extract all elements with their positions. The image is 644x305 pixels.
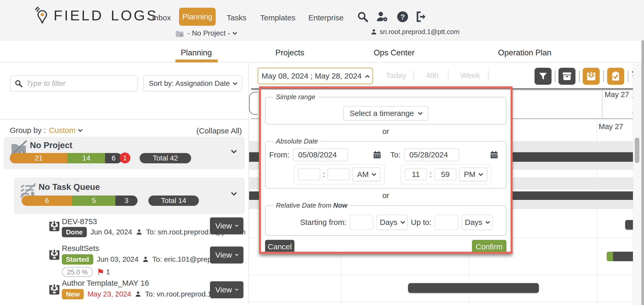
gantt-bar-remainder [613, 252, 633, 261]
gantt-scrollbar-thumb[interactable] [635, 138, 639, 163]
timerange-select[interactable]: Select a timerange [343, 106, 428, 121]
nav-inbox[interactable]: Inbox [152, 13, 171, 22]
inbox-tool-button[interactable] [583, 68, 600, 85]
gantt-bar[interactable] [625, 220, 633, 230]
filter-tool-button[interactable] [535, 68, 552, 85]
quick-range-week[interactable]: Week [460, 71, 480, 80]
panel-divider [0, 119, 249, 120]
from-hour-input[interactable] [298, 168, 320, 180]
confirm-button[interactable]: Confirm [472, 240, 506, 252]
checklist-tool-button[interactable] [607, 68, 624, 85]
nav-enterprise[interactable]: Enterprise [308, 13, 344, 22]
group-by-dropdown[interactable]: Group by : Custom [10, 126, 82, 135]
up-to-unit-select[interactable]: Days [461, 215, 493, 230]
nav-templates[interactable]: Templates [260, 13, 295, 22]
task-tray-icon [48, 219, 61, 233]
archive-icon [562, 71, 572, 82]
starting-from-input[interactable] [350, 215, 373, 230]
task-date: May 23, 2024 [87, 290, 131, 298]
project-selector-label: - No Project - [188, 29, 230, 37]
gantt-scrollbar-track[interactable] [633, 63, 641, 305]
app-logo-text: FIELD LOGS [54, 7, 158, 24]
gantt-bar[interactable] [408, 283, 539, 293]
group-card-no-task-queue[interactable]: No Task Queue 6 5 3 Total 14 [14, 177, 245, 214]
starting-from-label: Starting from: [300, 218, 346, 227]
task-title[interactable]: Author Template_MAY 16 [62, 279, 149, 287]
task-title[interactable]: DEV-8753 [62, 217, 97, 226]
view-button[interactable]: View [210, 281, 243, 298]
up-to-unit-value: Days [465, 218, 482, 227]
group-card-no-project[interactable]: No Project 21 14 6 1 Total 42 [4, 137, 245, 169]
tab-bar: Planning Projects Ops Center Operation P… [0, 40, 644, 63]
window-scrollbar[interactable] [641, 40, 644, 305]
tab-ops-center[interactable]: Ops Center [374, 48, 415, 57]
group-progress-bar: 6 5 3 [22, 196, 138, 206]
nav-tasks[interactable]: Tasks [227, 13, 247, 22]
logout-icon[interactable] [415, 11, 427, 23]
panel-collapse-handle-left[interactable] [249, 92, 258, 115]
chevron-down-icon[interactable] [231, 148, 237, 154]
chevron-down-icon[interactable] [231, 190, 237, 196]
flag-icon: ⚑ [97, 268, 104, 276]
from-date-input[interactable] [293, 148, 348, 161]
timeline-column-line [602, 89, 602, 119]
tab-operation-plan[interactable]: Operation Plan [498, 48, 552, 57]
chevron-down-icon [232, 30, 237, 35]
view-button-label: View [215, 251, 232, 259]
to-time-group: : PM [401, 164, 491, 184]
separator [555, 71, 555, 82]
gantt-bar-started[interactable] [607, 252, 633, 261]
chevron-down-icon [418, 110, 422, 115]
cancel-button[interactable]: Cancel [265, 240, 294, 252]
person-icon [136, 229, 142, 235]
from-minute-input[interactable] [327, 168, 350, 180]
to-meridiem-select[interactable]: PM [459, 167, 487, 181]
from-label: From: [269, 150, 289, 159]
simple-range-legend: Simple range [273, 93, 318, 101]
timerange-select-label: Select a timerange [350, 109, 414, 118]
modal-top-shadow [261, 88, 511, 90]
to-hour-input[interactable] [405, 168, 427, 180]
gantt-bar-progress [607, 252, 613, 261]
date-range-label: May 08, 2024 ; May 28, 2024 [261, 72, 362, 80]
up-to-label: Up to: [411, 218, 431, 227]
filter-input[interactable] [26, 79, 133, 88]
sort-dropdown[interactable]: Sort by: Assignation Date [143, 75, 242, 91]
date-range-button[interactable]: May 08, 2024 ; May 28, 2024 [258, 68, 373, 84]
tab-planning[interactable]: Planning [181, 48, 212, 57]
to-minute-input[interactable] [434, 168, 456, 180]
collapse-all-link[interactable]: (Collapse All) [196, 126, 242, 135]
help-icon[interactable] [397, 11, 409, 23]
gantt-day-label: May 27 [599, 122, 623, 131]
user-settings-icon[interactable] [376, 11, 389, 23]
gantt-row-line [249, 275, 633, 275]
relative-date-fieldset: Relative Date from Now Starting from: Da… [265, 201, 506, 236]
from-meridiem-select[interactable]: AM [352, 167, 380, 181]
view-button[interactable]: View [210, 217, 243, 234]
task-title[interactable]: ResultSets [62, 244, 99, 253]
quick-range-48h[interactable]: 48h [426, 71, 439, 80]
relative-date-legend: Relative Date from Now [273, 201, 350, 209]
starting-unit-select[interactable]: Days [376, 215, 408, 230]
filter-search-field[interactable] [10, 75, 138, 91]
simple-range-fieldset: Simple range Select a timerange [265, 93, 506, 124]
archive-tool-button[interactable] [558, 68, 575, 85]
progress-segment-green: 5 [72, 196, 115, 206]
to-date-input[interactable] [404, 148, 459, 161]
separator [628, 71, 628, 82]
up-to-input[interactable] [435, 215, 458, 230]
quick-range-today[interactable]: Today [386, 71, 406, 80]
absolute-date-legend: Absolute Date [273, 137, 320, 145]
project-selector[interactable]: - No Project - [175, 29, 236, 38]
flag-count: 1 [106, 268, 110, 276]
view-button[interactable]: View [210, 247, 243, 264]
or-text: or [265, 191, 506, 200]
calendar-icon[interactable] [490, 150, 498, 159]
tab-projects[interactable]: Projects [275, 48, 304, 57]
person-icon [135, 291, 141, 298]
calendar-icon[interactable] [373, 150, 382, 159]
group-by-value: Custom [49, 126, 75, 135]
nav-planning[interactable]: Planning [179, 8, 216, 26]
search-icon[interactable] [357, 11, 369, 23]
group-title: No Project [30, 140, 72, 150]
